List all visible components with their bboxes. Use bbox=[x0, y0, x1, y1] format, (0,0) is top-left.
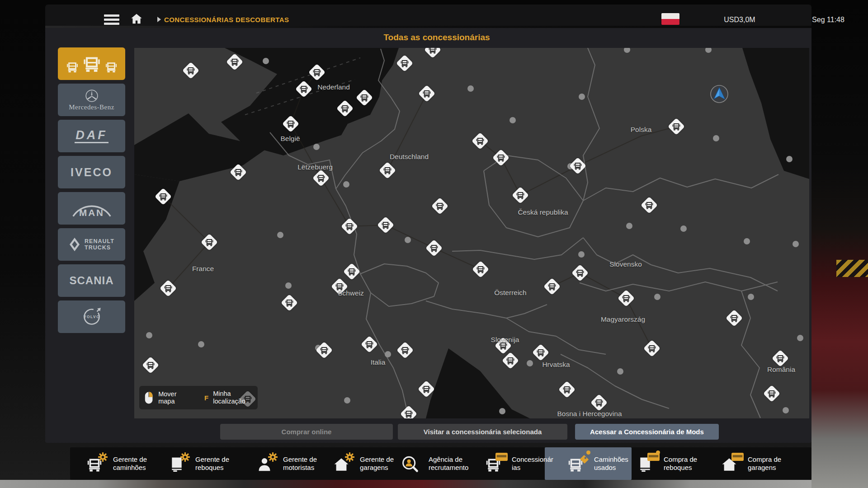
recruitment-icon bbox=[401, 454, 420, 473]
driver-manager-icon bbox=[256, 454, 274, 473]
dealer-marker[interactable] bbox=[282, 115, 299, 132]
city-dot bbox=[578, 251, 585, 258]
city-dot bbox=[626, 223, 632, 229]
dealer-marker[interactable] bbox=[361, 336, 378, 353]
dealer-marker[interactable] bbox=[571, 264, 589, 282]
brand-filter-volvo[interactable]: VOLVO bbox=[58, 300, 125, 333]
dealer-marker[interactable] bbox=[142, 357, 159, 374]
dealer-marker[interactable] bbox=[558, 381, 576, 398]
dealer-map[interactable]: NederlandBelgiëLëtzebuergDeutschlandPols… bbox=[134, 48, 809, 418]
toolbar-item-trailer-purchase[interactable]: Compra de reboques bbox=[637, 447, 707, 480]
dealer-marker[interactable] bbox=[418, 380, 435, 398]
dealer-marker[interactable] bbox=[618, 290, 635, 307]
mod-dealer-button[interactable]: Acessar a Concessionária de Mods bbox=[575, 424, 719, 440]
dealer-marker[interactable] bbox=[472, 132, 489, 150]
toolbar-item-recruitment-agency[interactable]: Agência de recrutamento bbox=[401, 447, 471, 480]
toolbar-item-garage-manager[interactable]: Gerente de garagens bbox=[333, 447, 403, 480]
dealer-marker[interactable] bbox=[316, 342, 333, 359]
city-dot bbox=[654, 294, 660, 300]
my-location-label: Minha localização bbox=[213, 390, 253, 405]
dealer-marker[interactable] bbox=[418, 85, 435, 102]
city-dot bbox=[527, 360, 533, 366]
country-label: România bbox=[767, 366, 795, 374]
brand-filter-daf[interactable]: DAF bbox=[58, 120, 125, 152]
city-dot bbox=[783, 407, 789, 413]
visit-dealer-button[interactable]: Visitar a concessionária selecionada bbox=[398, 424, 567, 440]
toolbar-item-label: Caminhões usados bbox=[594, 455, 637, 472]
dealer-marker[interactable] bbox=[641, 197, 658, 214]
dealer-marker[interactable] bbox=[312, 169, 330, 187]
poland-flag-icon bbox=[661, 13, 679, 25]
dealer-marker[interactable] bbox=[295, 80, 312, 98]
country-label: Slovenija bbox=[491, 336, 519, 344]
dealer-marker[interactable] bbox=[668, 118, 685, 135]
brand-filter-renault-trucks[interactable]: RENAULT TRUCKS bbox=[58, 228, 125, 261]
dealer-marker[interactable] bbox=[502, 352, 519, 369]
dealer-marker[interactable] bbox=[226, 53, 243, 70]
garage-scene-bottom bbox=[0, 480, 811, 488]
dealer-marker[interactable] bbox=[772, 350, 789, 367]
brand-filter-all-trucks[interactable] bbox=[58, 47, 125, 80]
man-logo-icon: MAN bbox=[67, 198, 116, 218]
toolbar-item-driver-manager[interactable]: Gerente de motoristas bbox=[256, 447, 326, 480]
dealer-marker[interactable] bbox=[532, 344, 549, 361]
buy-online-button[interactable]: Comprar online bbox=[220, 424, 393, 440]
city-dot bbox=[385, 351, 391, 357]
dealer-marker[interactable] bbox=[356, 89, 373, 106]
dealer-marker[interactable] bbox=[424, 48, 441, 58]
toolbar-item-garage-purchase[interactable]: Compra de garagens bbox=[721, 447, 791, 480]
city-dot bbox=[344, 397, 350, 404]
location-hotkey: F bbox=[204, 394, 208, 402]
dealer-marker[interactable] bbox=[160, 280, 177, 297]
country-label: Nederland bbox=[317, 83, 350, 91]
brand-filter-iveco[interactable]: IVECO bbox=[58, 156, 125, 188]
dealer-marker[interactable] bbox=[569, 157, 586, 174]
brand-filter-man[interactable]: MAN bbox=[58, 192, 125, 225]
country-label: Bosna i Hercegovina bbox=[557, 410, 622, 418]
toolbar-item-used-trucks[interactable]: Caminhões usados bbox=[567, 447, 637, 480]
dealer-marker[interactable] bbox=[431, 197, 448, 215]
brand-filter-mercedes-benz[interactable]: Mercedes-Benz bbox=[58, 84, 125, 116]
dealer-marker[interactable] bbox=[396, 342, 414, 359]
dealer-marker[interactable] bbox=[492, 149, 509, 166]
top-bar: CONCESSIONÁRIAS DESCOBERTAS USD3,0M Seg … bbox=[45, 5, 811, 26]
dealer-marker[interactable] bbox=[182, 62, 199, 79]
toolbar-item-label: Gerente de caminhões bbox=[113, 455, 156, 472]
dealer-marker[interactable] bbox=[643, 340, 660, 357]
dealer-marker[interactable] bbox=[308, 64, 326, 81]
brand-label: IVECO bbox=[71, 166, 113, 179]
menu-hamburger-button[interactable] bbox=[104, 14, 119, 26]
dealer-marker[interactable] bbox=[281, 294, 298, 311]
dealers-icon bbox=[485, 454, 503, 473]
home-button[interactable] bbox=[129, 12, 144, 27]
dealer-marker[interactable] bbox=[230, 164, 247, 181]
toolbar-item-dealers[interactable]: Concessionárias bbox=[485, 447, 554, 480]
city-dot bbox=[263, 58, 269, 64]
dealer-marker[interactable] bbox=[726, 310, 743, 327]
dealer-marker[interactable] bbox=[336, 100, 354, 117]
dealer-marker[interactable] bbox=[201, 234, 218, 251]
bottom-toolbar: Gerente de caminhões Gerente de reboques… bbox=[70, 447, 811, 480]
dealer-marker[interactable] bbox=[400, 405, 417, 418]
dealer-marker[interactable] bbox=[155, 188, 172, 205]
dealer-marker[interactable] bbox=[543, 278, 561, 295]
dealer-marker[interactable] bbox=[472, 261, 489, 278]
dealer-marker[interactable] bbox=[512, 187, 529, 204]
toolbar-item-trailer-manager[interactable]: Gerente de reboques bbox=[168, 447, 239, 480]
toolbar-item-label: Compra de garagens bbox=[748, 455, 791, 472]
city-dot bbox=[680, 225, 687, 232]
dealer-marker[interactable] bbox=[396, 55, 413, 72]
city-dot bbox=[285, 282, 292, 289]
svg-text:MAN: MAN bbox=[79, 207, 104, 218]
brand-filter-scania[interactable]: SCANIA bbox=[58, 264, 125, 297]
dealer-marker[interactable] bbox=[590, 394, 608, 411]
dealer-marker[interactable] bbox=[343, 263, 360, 280]
dealer-marker[interactable] bbox=[763, 385, 780, 402]
city-dot bbox=[579, 94, 585, 100]
toolbar-item-truck-manager[interactable]: Gerente de caminhões bbox=[86, 447, 156, 480]
dealer-marker[interactable] bbox=[341, 218, 358, 235]
dealer-marker[interactable] bbox=[379, 162, 396, 179]
dealer-marker[interactable] bbox=[425, 239, 443, 257]
dealer-marker[interactable] bbox=[377, 216, 394, 234]
map-hint-bar: Mover mapa F Minha localização bbox=[139, 386, 258, 409]
